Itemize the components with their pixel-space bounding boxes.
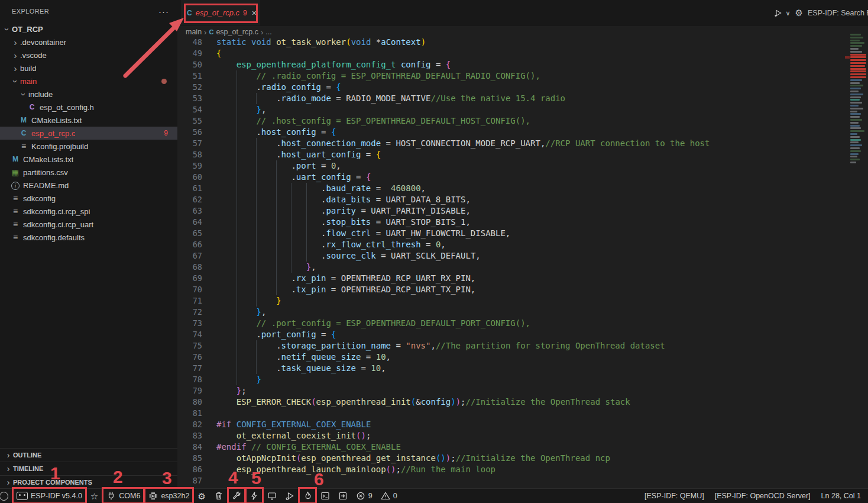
code-line-61[interactable]: 61 .baud_rate = 460800, (177, 183, 868, 194)
chevron-down-icon[interactable]: ∨ (785, 9, 790, 17)
tree-item-devcontainer[interactable]: ›.devcontainer (0, 36, 177, 49)
code-line-84[interactable]: 84#endif // CONFIG_EXTERNAL_COEX_ENABLE (177, 441, 868, 453)
tree-item-sdkconfig[interactable]: ≡sdkconfig (0, 192, 177, 205)
status-item-menuconfig[interactable]: ⚙ (193, 489, 209, 503)
code-line-71[interactable]: 71 } (177, 295, 868, 307)
breadcrumb-folder[interactable]: main (186, 28, 202, 36)
code-line-55[interactable]: 55 // .host_config = ESP_OPENTHREAD_DEFA… (177, 115, 868, 127)
status-item-terminal[interactable] (316, 489, 334, 503)
breadcrumb[interactable]: main › C esp_ot_rcp.c › ... (177, 26, 868, 38)
code-line-77[interactable]: 77 .task_queue_size = 10, (177, 363, 868, 374)
code-line-73[interactable]: 73 // .port_config = ESP_OPENTHREAD_DEFA… (177, 318, 868, 329)
tree-item-vscode[interactable]: ›.vscode (0, 49, 177, 62)
breadcrumb-symbol[interactable]: ... (265, 28, 271, 36)
status-item-star[interactable]: ☆ (86, 489, 102, 503)
code-line-78[interactable]: 78 } (177, 374, 868, 385)
code-line-60[interactable]: 60 .uart_config = { (177, 172, 868, 183)
tree-item-main[interactable]: ›main (0, 75, 177, 88)
code-line-87[interactable]: 87 (177, 475, 868, 486)
run-debug-icon[interactable] (773, 8, 783, 18)
minimap-line (850, 79, 862, 81)
code-line-83[interactable]: 83 ot_external_coexist_init(); (177, 430, 868, 441)
code-line-64[interactable]: 64 .stop_bits = UART_STOP_BITS_1, (177, 217, 868, 228)
code-line-48[interactable]: 48static void ot_task_worker(void *aCont… (177, 37, 868, 48)
tree-item-cmakelists-txt[interactable]: MCMakeLists.txt (0, 153, 177, 166)
code-line-52[interactable]: 52 .radio_config = { (177, 82, 868, 93)
tree-item-readme-md[interactable]: iREADME.md (0, 179, 177, 192)
code-line-57[interactable]: 57 .host_connection_mode = HOST_CONNECTI… (177, 138, 868, 149)
tree-item-build[interactable]: ›build (0, 62, 177, 75)
status-item-custom-task[interactable] (334, 489, 352, 503)
sidebar-panels: › OUTLINE › TIMELINE › PROJECT COMPONENT… (0, 448, 177, 489)
code-line-63[interactable]: 63 .parity = UART_PARITY_DISABLE, (177, 205, 868, 217)
tree-item-include[interactable]: ›include (0, 88, 177, 101)
status-item-monitor[interactable] (263, 489, 281, 503)
tree-item-esp-ot-config-h[interactable]: Cesp_ot_config.h (0, 101, 177, 114)
tree-item-kconfig-projbuild[interactable]: ≡Kconfig.projbuild (0, 140, 177, 153)
indent-guide (291, 262, 292, 273)
code-line-85[interactable]: 85 otAppNcpInit(esp_openthread_get_insta… (177, 453, 868, 464)
cursor-position[interactable]: Ln 28, Col 1 (821, 492, 861, 500)
status-item-serial-port[interactable]: COM6 (102, 489, 144, 503)
code-line-59[interactable]: 59 .port = 0, (177, 160, 868, 172)
code-line-80[interactable]: 80 ESP_ERROR_CHECK(esp_openthread_init(&… (177, 396, 868, 408)
status-item-build-flash-monitor[interactable] (299, 489, 316, 503)
code-line-56[interactable]: 56 .host_config = { (177, 127, 868, 138)
code-line-82[interactable]: 82#if CONFIG_EXTERNAL_COEX_ENABLE (177, 419, 868, 430)
minimap-line (850, 56, 866, 58)
status-item-problems-warnings[interactable]: 0 (377, 489, 401, 503)
section-outline[interactable]: › OUTLINE (0, 448, 177, 462)
code-line-62[interactable]: 62 .data_bits = UART_DATA_8_BITS, (177, 194, 868, 205)
status-openocd[interactable]: [ESP-IDF: OpenOCD Server] (715, 492, 811, 500)
code-line-67[interactable]: 67 .source_clk = UART_SCLK_DEFAULT, (177, 250, 868, 262)
status-item-flash[interactable] (245, 489, 263, 503)
section-project-components[interactable]: › PROJECT COMPONENTS (0, 475, 177, 489)
code-editor[interactable]: 48static void ot_task_worker(void *aCont… (177, 37, 868, 489)
minimap-line (850, 130, 864, 132)
status-item-debug[interactable] (281, 489, 299, 503)
status-item-esp-idf-version[interactable]: ESP-IDF v5.4.0 (12, 489, 86, 503)
more-actions-icon[interactable]: ··· (158, 7, 169, 17)
tree-item-sdkconfig-defaults[interactable]: ≡sdkconfig.defaults (0, 231, 177, 244)
code-line-76[interactable]: 76 .netif_queue_size = 10, (177, 352, 868, 363)
line-content: }, (216, 262, 868, 273)
status-item-full-clean[interactable] (210, 489, 228, 503)
status-item-device-target[interactable]: esp32h2 (144, 489, 193, 503)
code-line-79[interactable]: 79 }; (177, 385, 868, 396)
code-line-69[interactable]: 69 .rx_pin = OPENTHREAD_RCP_UART_RX_PIN, (177, 273, 868, 284)
code-line-53[interactable]: 53 .radio_mode = RADIO_MODE_NATIVE//Use … (177, 93, 868, 104)
status-item-build[interactable] (228, 489, 245, 503)
code-line-70[interactable]: 70 .tx_pin = OPENTHREAD_RCP_UART_TX_PIN, (177, 284, 868, 295)
status-item-problems-errors[interactable]: 9 (352, 489, 377, 503)
status-qemu[interactable]: [ESP-IDF: QEMU] (644, 492, 704, 500)
code-line-75[interactable]: 75 .storage_partition_name = "nvs",//The… (177, 340, 868, 352)
status-item-remote-partial[interactable] (0, 489, 12, 503)
code-line-81[interactable]: 81 (177, 408, 868, 419)
indent-guide (276, 239, 277, 250)
tree-item-sdkconfig-ci-rcp-spi[interactable]: ≡sdkconfig.ci.rcp_spi (0, 205, 177, 218)
tree-item-esp-ot-rcp-c[interactable]: Cesp_ot_rcp.c9 (0, 127, 177, 140)
tree-item-label: sdkconfig.defaults (23, 233, 85, 242)
section-timeline[interactable]: › TIMELINE (0, 462, 177, 475)
code-line-68[interactable]: 68 }, (177, 262, 868, 273)
code-line-86[interactable]: 86 esp_openthread_launch_mainloop();//Ru… (177, 464, 868, 475)
minimap[interactable] (850, 34, 867, 176)
code-line-54[interactable]: 54 }, (177, 104, 868, 115)
gear-icon[interactable]: ⚙ (795, 8, 803, 18)
code-line-65[interactable]: 65 .flow_ctrl = UART_HW_FLOWCTRL_DISABLE… (177, 228, 868, 239)
tree-item-cmakelists-txt[interactable]: MCMakeLists.txt (0, 114, 177, 127)
code-line-66[interactable]: 66 .rx_flow_ctrl_thresh = 0, (177, 239, 868, 250)
close-icon[interactable]: × (252, 8, 257, 18)
tree-item-partitions-csv[interactable]: ▦partitions.csv (0, 166, 177, 179)
code-line-51[interactable]: 51 // .radio_config = ESP_OPENTHREAD_DEF… (177, 70, 868, 82)
code-line-74[interactable]: 74 .port_config = { (177, 329, 868, 340)
code-line-58[interactable]: 58 .host_uart_config = { (177, 149, 868, 160)
code-line-72[interactable]: 72 }, (177, 307, 868, 318)
breadcrumb-file[interactable]: esp_ot_rcp.c (216, 28, 258, 36)
tree-item-ot-rcp[interactable]: ›OT_RCP (0, 22, 177, 36)
tree-item-sdkconfig-ci-rcp-uart[interactable]: ≡sdkconfig.ci.rcp_uart (0, 218, 177, 231)
chevron-right-icon: › (4, 464, 13, 473)
tab-esp-ot-rcp-c[interactable]: C esp_ot_rcp.c 9 × (181, 0, 260, 25)
code-line-50[interactable]: 50 esp_openthread_platform_config_t conf… (177, 59, 868, 70)
code-line-49[interactable]: 49{ (177, 48, 868, 59)
